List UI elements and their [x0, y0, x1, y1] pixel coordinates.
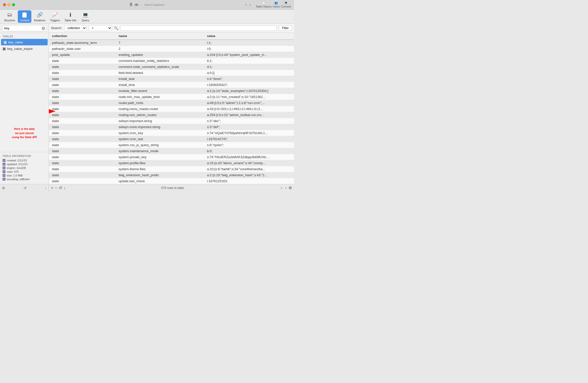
search-clear-button[interactable]: ✕ — [42, 27, 45, 30]
toolbar-triggers-button[interactable]: 📈Triggers — [48, 10, 62, 23]
refresh-table-button[interactable]: ↺ — [59, 185, 62, 190]
table-row[interactable]: pathauto_state.taxonomy_term7i:1; — [49, 40, 294, 46]
column-header-value[interactable]: value — [204, 33, 294, 40]
nav-back-button[interactable]: ‹ — [245, 2, 248, 8]
table-row[interactable]: statesystem.maintenance_modeb:0; — [49, 148, 294, 154]
cell-value: a:15:{s:10:"demo_umami";s:44:"core/p... — [204, 160, 294, 166]
cell-collection: state — [49, 58, 116, 64]
cell-collection: state — [49, 172, 116, 178]
remove-row-button[interactable]: − — [55, 186, 57, 190]
table-row[interactable]: statecomment.maintain_entity_statisticsb… — [49, 58, 294, 64]
cell-name: twig_extension_hash_prefix — [116, 172, 204, 178]
table-row[interactable]: statesystem.profile.filesa:15:{s:10:"dem… — [49, 160, 294, 166]
table-body: pathauto_state.taxonomy_term7i:1;pathaut… — [49, 40, 294, 184]
nav-forward-button[interactable]: › — [248, 2, 252, 8]
table-row[interactable]: statefield.field.deleteda:0:{} — [49, 70, 294, 76]
table-row[interactable]: statetwig_extension_hash_prefixa:2:{s:19… — [49, 172, 294, 178]
table-row[interactable]: pathauto_state.user2i:0; — [49, 46, 294, 52]
users-button[interactable]: 👥 Users — [273, 1, 280, 8]
cell-value: s:3:"abc"; — [204, 118, 294, 124]
cell-collection: state — [49, 88, 116, 94]
users-label: Users — [273, 5, 280, 8]
search-box[interactable] — [120, 25, 277, 31]
relations-icon: 🔗 — [36, 11, 43, 18]
cell-name: selwyn.important.string — [116, 118, 204, 124]
nav-arrows: ‹ › — [245, 2, 252, 8]
info-dot-icon: ▪ — [3, 178, 6, 181]
table-row[interactable]: stateinstall_timei:1609205427; — [49, 82, 294, 88]
toolbar-table_info-button[interactable]: ℹTable Info — [62, 10, 79, 23]
console-button[interactable]: 💻 Console — [281, 1, 291, 8]
toolbar-structure-button[interactable]: 🗂Structure — [2, 10, 17, 23]
close-button[interactable] — [3, 3, 6, 6]
filter-button[interactable]: Filter — [279, 25, 292, 31]
search-input[interactable] — [2, 25, 47, 31]
table-row[interactable]: statecomment.node_comment_statistics_sca… — [49, 64, 294, 70]
info-dot-icon: ▪ — [3, 174, 6, 177]
cell-value: s:6:"rpxlsv"; — [204, 142, 294, 148]
table-history-button[interactable]: 🕐 Table History — [256, 1, 272, 8]
cell-collection: pathauto_state.user — [49, 46, 116, 52]
sidebar-settings-button[interactable]: ⚙ — [2, 186, 5, 190]
minimize-button[interactable] — [8, 3, 11, 6]
select-database-label[interactable]: Select Database — [144, 3, 165, 6]
sidebar-item-key_value_expire[interactable]: ▦key_value_expire — [0, 45, 49, 52]
cell-value: b:1; — [204, 58, 294, 64]
toolbar-query-button[interactable]: 💻Query — [79, 10, 92, 23]
sidebar-item-key_value[interactable]: ▦key_value — [1, 39, 48, 45]
cell-name: system.cron_key — [116, 130, 204, 136]
add-row-button[interactable]: + — [51, 186, 53, 190]
table-settings-button[interactable]: ⚙ — [288, 185, 292, 191]
table-row[interactable]: statesystem.cron_keys:74:"eQwEY076dyahtn… — [49, 130, 294, 136]
table-row[interactable]: stateselwyn.more.important.strings:3:"de… — [49, 124, 294, 130]
export-table-button[interactable]: ↓ — [63, 186, 65, 190]
cell-name: node.min_max_update_time — [116, 94, 204, 100]
cell-value: a:254:{i:0;s:22:"admin_toolbar.run.cro..… — [204, 112, 294, 118]
table-row[interactable]: statenode.min_max_update_timea:2:{s:11:"… — [49, 94, 294, 100]
table-row[interactable]: statemodule_filter.recenta:1:{s:14:"stat… — [49, 88, 294, 94]
table-row[interactable]: statesystem.css_js_query_strings:6:"rpxl… — [49, 142, 294, 148]
collection-filter-dropdown[interactable]: collectionnamevalue — [64, 25, 87, 31]
sidebar-refresh-button[interactable]: ↺ — [24, 186, 27, 190]
table-row[interactable]: staterouter.path_rootsa:49:{i:0;s:5:"adm… — [49, 100, 294, 106]
page-forward-button[interactable]: › — [284, 185, 287, 191]
cell-collection: state — [49, 112, 116, 118]
content-bottom-bar: + − ↺ ↓ 575 rows in table ‹ › ⚙ — [49, 184, 294, 192]
cell-name: system.profile.files — [116, 160, 204, 166]
page-back-button[interactable]: ‹ — [280, 185, 283, 191]
data-table-container: collectionnamevalue pathauto_state.taxon… — [49, 33, 294, 184]
cell-value: a:104:{i:0;s:44:"system_post_update_cl..… — [204, 52, 294, 58]
column-header-collection[interactable]: collection — [49, 33, 116, 40]
table-row[interactable]: statesystem.cron_lasti:1676142747; — [49, 136, 294, 142]
table-row[interactable]: statesystem.private_keys:74:"h5uIERZaJeM… — [49, 154, 294, 160]
cell-value: s:74:"h5uIERZaJeMAK3Zdbpp3b69fUXb... — [204, 154, 294, 160]
structure-icon: 🗂 — [6, 11, 13, 18]
console-icon: 💻 — [284, 1, 288, 5]
titlebar-center: 🗄 db ⌄ Select Database — [129, 3, 165, 7]
cell-value: a:43:{i:0;i:501;i:1;i:493;i:2;i:464;i:3;… — [204, 106, 294, 112]
cell-name: system.cron_last — [116, 136, 204, 142]
info-dot-icon: ▪ — [3, 159, 6, 162]
sidebar: ✕ TABLES ▦key_value▦key_value_expire Her… — [0, 24, 49, 192]
table-row[interactable]: stateupdate.last_checki:1676125163; — [49, 178, 294, 184]
sidebar-export-button[interactable]: ↓ — [45, 186, 47, 190]
cell-name: existing_updates — [116, 52, 204, 58]
search-icon: 🔍 — [114, 26, 118, 30]
table-row[interactable]: statesystem.theme.filesa:10:{s:6:"bartik… — [49, 166, 294, 172]
cell-collection: state — [49, 76, 116, 82]
search-label: Search: — [51, 26, 62, 30]
column-header-name[interactable]: name — [116, 33, 204, 40]
toolbar-content-button[interactable]: 📋Content — [18, 10, 32, 23]
operator-dropdown[interactable]: =!=LIKENOT LIKE — [89, 25, 112, 31]
cell-value: i:1609205427; — [204, 82, 294, 88]
cell-name: install_task — [116, 76, 204, 82]
table-row[interactable]: post_updateexisting_updatesa:104:{i:0;s:… — [49, 52, 294, 58]
toolbar-relations-button[interactable]: 🔗Relations — [32, 10, 47, 23]
cell-value: s:74:"eQwEY076dyahtnrqNFxDTsUdrL1... — [204, 130, 294, 136]
maximize-button[interactable] — [12, 3, 15, 6]
table-row[interactable]: staterouting.non_admin_routesa:254:{i:0;… — [49, 112, 294, 118]
table-header-row: collectionnamevalue — [49, 33, 294, 40]
table-row[interactable]: stateinstall_tasks:4:"done"; — [49, 76, 294, 82]
table-row[interactable]: staterouting.menu_masks.routera:43:{i:0;… — [49, 106, 294, 112]
table-row[interactable]: stateselwyn.important.strings:3:"abc"; — [49, 118, 294, 124]
